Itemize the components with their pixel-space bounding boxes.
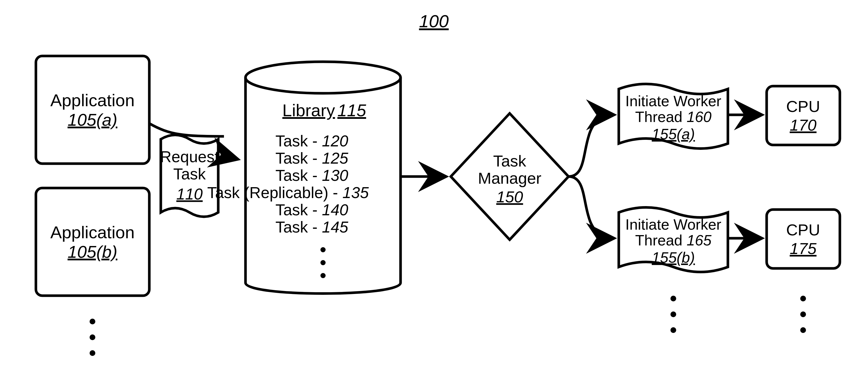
worker-a-line1: Initiate Worker [625, 93, 721, 110]
svg-point-11 [671, 296, 676, 301]
library-task-row: Task - 130 [275, 166, 348, 184]
cpu-b-ref: 175 [789, 239, 816, 257]
application-a-label: Application [50, 91, 135, 110]
library-ref: 115 [337, 101, 366, 120]
application-a-ref: 105(a) [67, 110, 117, 129]
svg-point-12 [671, 311, 676, 317]
arrow-taskmanager-to-worker-a [568, 115, 615, 177]
application-b-label: Application [50, 223, 135, 242]
library-title: Library [282, 101, 335, 120]
svg-point-8 [320, 273, 326, 278]
library-cylinder: Library 115 Task - 120 Task - 125 Task -… [207, 62, 401, 294]
application-ellipsis-dots [90, 318, 95, 356]
application-b-ref: 105(b) [67, 242, 117, 262]
application-b-box: Application 105(b) [36, 188, 149, 296]
worker-a-line2: Thread 160 [635, 109, 712, 125]
svg-point-15 [800, 311, 806, 317]
svg-point-16 [800, 327, 806, 333]
svg-rect-10 [767, 210, 840, 268]
worker-b-line1: Initiate Worker [625, 216, 721, 233]
cpu-a-label: CPU [786, 97, 820, 115]
svg-point-2 [90, 318, 95, 325]
cpu-b-box: CPU 175 [767, 210, 840, 268]
library-task-row: Task - 120 [275, 132, 348, 150]
svg-point-3 [90, 334, 95, 340]
worker-b-banner: Initiate Worker Thread 165 155(b) [619, 208, 728, 272]
request-task-banner: Request Task 110 [160, 135, 219, 217]
worker-ellipsis-dots [671, 296, 676, 333]
library-task-row: Task - 125 [275, 149, 348, 167]
cpu-a-ref: 170 [789, 116, 816, 134]
svg-point-14 [800, 296, 806, 301]
task-manager-ref: 150 [496, 188, 523, 206]
library-task-row: Task - 145 [275, 218, 348, 236]
cpu-ellipsis-dots [800, 296, 806, 333]
task-manager-label-line1: Task [493, 152, 526, 170]
figure-ref: 100 [419, 11, 448, 31]
arrow-taskmanager-to-worker-b [568, 177, 615, 238]
request-task-label-line2: Task [173, 165, 206, 183]
worker-a-banner: Initiate Worker Thread 160 155(a) [619, 84, 728, 149]
svg-point-13 [671, 327, 676, 333]
request-task-label-line1: Request [160, 148, 219, 165]
worker-a-ref: 155(a) [652, 126, 695, 142]
request-task-ref: 110 [176, 185, 203, 203]
task-manager-label-line2: Manager [478, 169, 541, 187]
arrow-app-to-banner [149, 123, 224, 136]
application-a-box: Application 105(a) [36, 56, 149, 164]
task-manager-diamond: Task Manager 150 [451, 113, 568, 240]
cpu-a-box: CPU 170 [767, 86, 840, 145]
library-task-row: Task - 140 [275, 201, 348, 219]
svg-point-4 [90, 350, 95, 356]
worker-b-line2: Thread 165 [635, 232, 712, 249]
arrow-banner-to-library [218, 151, 238, 159]
svg-rect-9 [767, 86, 840, 145]
svg-point-7 [320, 260, 326, 265]
svg-point-5 [246, 62, 401, 93]
library-task-row: Task (Replicable) - 135 [207, 184, 369, 202]
worker-b-ref: 155(b) [652, 249, 695, 266]
cpu-b-label: CPU [786, 221, 820, 239]
svg-point-6 [320, 247, 326, 252]
